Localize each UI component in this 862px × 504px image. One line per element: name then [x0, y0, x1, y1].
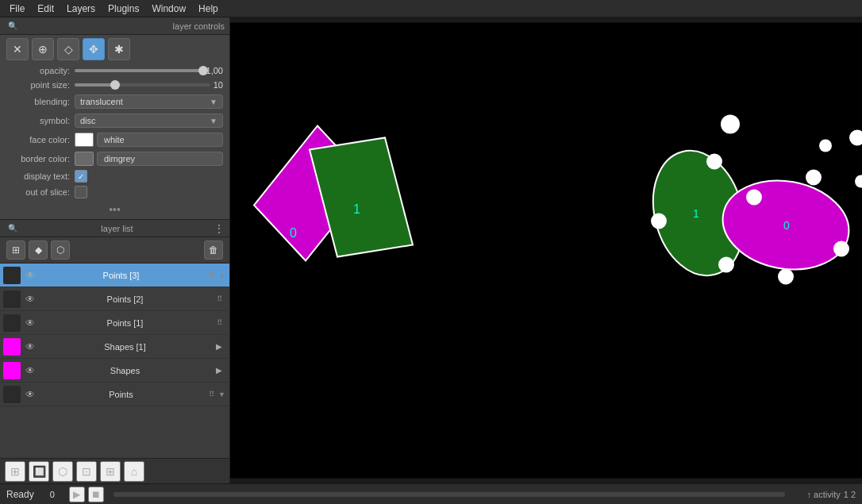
- visibility-icon[interactable]: 👁: [22, 315, 38, 331]
- menu-plugins[interactable]: Plugins: [102, 2, 145, 16]
- close-button[interactable]: ✕: [6, 38, 29, 60]
- layer-list-title: layer list: [101, 224, 133, 233]
- bottom-grid-btn[interactable]: ⊡: [76, 461, 97, 482]
- symbol-value: disc: [80, 116, 96, 125]
- status-right: ↑ activity 1 2: [807, 490, 856, 499]
- opacity-value: 1,00: [206, 66, 223, 75]
- blending-label: blending:: [6, 97, 70, 106]
- bottom-3d-btn[interactable]: 🔲: [29, 461, 49, 482]
- layer-name: Shapes: [38, 366, 212, 375]
- bottom-shape-btn[interactable]: ⬡: [52, 461, 73, 482]
- layer-list-header: 🔍 layer list ⋮: [0, 220, 229, 237]
- label-0-right: 0: [783, 219, 790, 232]
- layer-arrow-icon: ▶: [212, 340, 226, 354]
- layer-row[interactable]: 👁 Shapes ▶: [0, 359, 229, 383]
- layers-container: 👁 Points [3] ⠿ ▲ 👁 Points [2] ⠿ 👁 Points: [0, 264, 229, 458]
- layer-row[interactable]: 👁 Points [3] ⠿ ▲: [0, 264, 229, 287]
- menubar: File Edit Layers Plugins Window Help: [0, 0, 862, 17]
- point-dot: [833, 241, 849, 257]
- point-size-row: point size: 10: [0, 78, 229, 92]
- visibility-icon[interactable]: 👁: [22, 267, 38, 283]
- move-button[interactable]: ✥: [83, 38, 105, 60]
- symbol-dropdown[interactable]: disc ▼: [75, 113, 223, 128]
- layer-row[interactable]: 👁 Shapes [1] ▶: [0, 335, 229, 359]
- layer-list-section: 🔍 layer list ⋮ ⊞ ◆ ⬡ 🗑 👁 Points [3] ⠿ ▲: [0, 220, 229, 483]
- layer-list-search-icon: 🔍: [8, 224, 17, 233]
- point-dot: [806, 170, 822, 186]
- point-dot: [746, 190, 762, 206]
- menu-help[interactable]: Help: [192, 2, 225, 16]
- border-color-swatch[interactable]: [75, 152, 94, 166]
- menu-layers[interactable]: Layers: [60, 2, 102, 16]
- layer-handle-icon[interactable]: ⠿: [212, 292, 226, 306]
- timeline-bar[interactable]: [114, 492, 785, 497]
- symbol-arrow-icon: ▼: [210, 117, 217, 125]
- bottom-console-btn[interactable]: ⊞: [5, 461, 25, 482]
- add-layer-button[interactable]: ⊕: [32, 38, 54, 60]
- layer-handle-icon[interactable]: ⠿: [212, 316, 226, 330]
- visibility-icon[interactable]: 👁: [22, 339, 38, 355]
- face-color-label: face color:: [6, 135, 70, 144]
- display-text-row: display text: ✓: [0, 168, 229, 184]
- out-of-slice-checkbox[interactable]: [75, 186, 87, 198]
- face-color-swatch[interactable]: [75, 133, 94, 147]
- menu-edit[interactable]: Edit: [31, 2, 60, 16]
- main-area: 🔍 layer controls ✕ ⊕ ◇ ✥ ✱ opacity:: [0, 17, 862, 483]
- point-size-label: point size:: [6, 80, 70, 90]
- stop-button[interactable]: ⏹: [88, 487, 104, 502]
- face-color-row: face color: white: [0, 130, 229, 149]
- select-button[interactable]: ◇: [57, 38, 79, 60]
- play-button[interactable]: ▶: [69, 487, 85, 502]
- blending-value: translucent: [80, 97, 123, 106]
- search-bar: 🔍: [5, 19, 21, 33]
- layer-name: Points [2]: [38, 294, 212, 304]
- point-size-slider-thumb[interactable]: [110, 80, 120, 90]
- opacity-slider-track[interactable]: [75, 69, 203, 72]
- layer-row[interactable]: 👁 Points [2] ⠿: [0, 287, 229, 311]
- layer-row[interactable]: 👁 Points [1] ⠿: [0, 311, 229, 335]
- visibility-icon[interactable]: 👁: [22, 291, 38, 307]
- canvas-svg: 0 1 1 0: [230, 17, 862, 483]
- layer-tool-polygon-btn[interactable]: ⬡: [51, 240, 70, 260]
- playback-controls: 0 ▶ ⏹: [34, 487, 807, 502]
- face-color-text: white: [97, 133, 223, 147]
- opacity-slider-thumb[interactable]: [198, 66, 208, 75]
- opacity-row: opacity: 1,00: [0, 63, 229, 78]
- layer-handle-icon[interactable]: ⠿: [204, 387, 218, 402]
- layer-thumbnail: [3, 362, 21, 379]
- layer-name: Points [3]: [38, 271, 204, 280]
- layer-thumbnail: [3, 267, 21, 284]
- point-dot: [778, 269, 794, 285]
- layer-tool-grid-btn[interactable]: ⊞: [6, 240, 25, 260]
- layer-list-menu-icon[interactable]: ⋮: [214, 222, 225, 235]
- blending-dropdown[interactable]: translucent ▼: [75, 94, 223, 109]
- layer-name: Shapes [1]: [38, 342, 212, 352]
- more-dots[interactable]: •••: [0, 200, 229, 219]
- point-size-slider-track[interactable]: [75, 83, 210, 87]
- symbol-row: symbol: disc ▼: [0, 111, 229, 130]
- page-numbers: 1 2: [844, 490, 856, 499]
- point-dot: [651, 214, 667, 229]
- canvas-area[interactable]: 0 1 1 0: [230, 17, 862, 483]
- layer-handle-icon[interactable]: ⠿: [204, 268, 218, 283]
- layer-list-toolbar: ⊞ ◆ ⬡ 🗑: [0, 237, 229, 264]
- menu-file[interactable]: File: [3, 2, 31, 16]
- point-size-slider-container: 10: [75, 80, 223, 90]
- point-size-slider-fill: [75, 83, 115, 87]
- visibility-icon[interactable]: 👁: [22, 387, 38, 402]
- layer-thumbnail: [3, 314, 21, 332]
- face-color-swatch-row: white: [75, 133, 223, 147]
- layer-delete-button[interactable]: 🗑: [204, 240, 223, 260]
- display-text-checkbox[interactable]: ✓: [75, 170, 87, 183]
- display-text-label: display text:: [6, 171, 70, 181]
- bottom-table-btn[interactable]: ⊞: [100, 461, 121, 482]
- border-color-label: border color:: [6, 154, 70, 164]
- layer-tool-shape-btn[interactable]: ◆: [29, 240, 48, 260]
- left-panel: 🔍 layer controls ✕ ⊕ ◇ ✥ ✱ opacity:: [0, 17, 230, 483]
- bottom-home-btn[interactable]: ⌂: [124, 461, 144, 482]
- visibility-icon[interactable]: 👁: [22, 363, 38, 379]
- layer-scroll-down-icon: ▼: [218, 391, 226, 398]
- layer-row[interactable]: 👁 Points ⠿ ▼: [0, 383, 229, 406]
- menu-window[interactable]: Window: [145, 2, 192, 16]
- transform-button[interactable]: ✱: [108, 38, 130, 60]
